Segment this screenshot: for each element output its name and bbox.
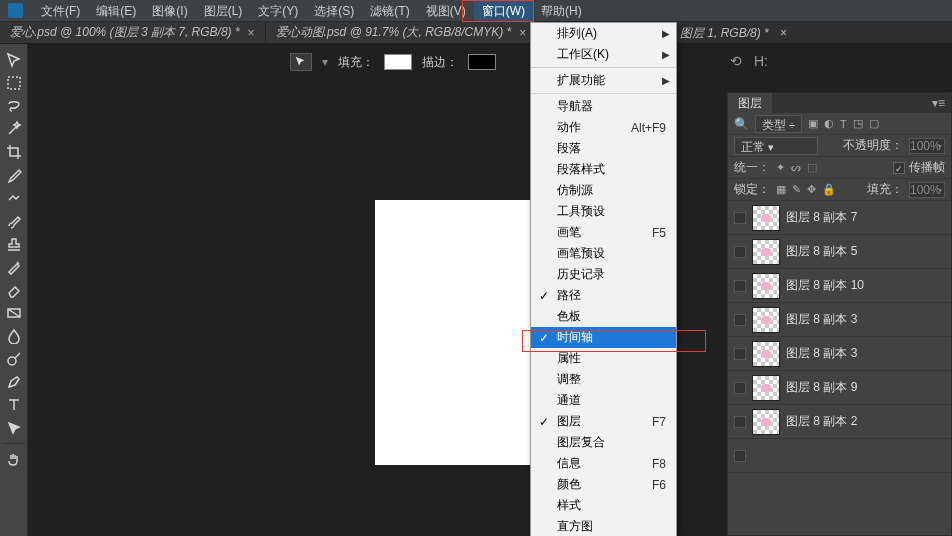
menu-properties[interactable]: 属性 — [531, 348, 676, 369]
menu-layer-comps[interactable]: 图层复合 — [531, 432, 676, 453]
fill-input[interactable]: 100%▾ — [909, 182, 945, 198]
lock-paint-icon[interactable]: ✎ — [792, 183, 801, 196]
menu-brush[interactable]: 画笔F5 — [531, 222, 676, 243]
layer-row[interactable]: 图层 8 副本 3 — [728, 303, 951, 337]
unify-vis-icon[interactable]: ᔕ — [791, 161, 801, 174]
history-brush-icon[interactable] — [3, 257, 25, 277]
layer-row[interactable]: 图层 8 副本 5 — [728, 235, 951, 269]
gradient-tool-icon[interactable] — [3, 303, 25, 323]
layer-name[interactable]: 图层 8 副本 3 — [786, 311, 857, 328]
menu-filter[interactable]: 滤镜(T) — [362, 0, 417, 22]
menu-history[interactable]: 历史记录 — [531, 264, 676, 285]
menu-layers[interactable]: ✓图层F7 — [531, 411, 676, 432]
filter-type-icon[interactable]: T — [840, 118, 847, 130]
pen-tool-icon[interactable] — [3, 372, 25, 392]
menu-paragraph[interactable]: 段落 — [531, 138, 676, 159]
filter-smart-icon[interactable]: ▢ — [869, 117, 879, 130]
menu-view[interactable]: 视图(V) — [418, 0, 474, 22]
layer-row[interactable]: 图层 8 副本 10 — [728, 269, 951, 303]
menu-styles[interactable]: 样式 — [531, 495, 676, 516]
layer-row[interactable]: 图层 8 副本 9 — [728, 371, 951, 405]
doc-tab-2[interactable]: 爱心动图.psd @ 91.7% (大, RGB/8/CMYK) * × — [266, 22, 538, 43]
menu-paragraph-styles[interactable]: 段落样式 — [531, 159, 676, 180]
close-icon[interactable]: × — [519, 26, 526, 40]
lock-all-icon[interactable]: 🔒 — [822, 183, 836, 196]
menu-swatches[interactable]: 色板 — [531, 306, 676, 327]
unify-style-icon[interactable]: ⬚ — [807, 161, 817, 174]
menu-color[interactable]: 颜色F6 — [531, 474, 676, 495]
panel-menu-icon[interactable]: ▾≡ — [926, 96, 951, 110]
refresh-icon[interactable]: ⟲ — [730, 53, 742, 69]
blend-mode-select[interactable]: 正常 ▾ — [734, 137, 818, 155]
fill-swatch[interactable] — [384, 54, 412, 70]
visibility-toggle[interactable] — [734, 348, 746, 360]
layer-name[interactable]: 图层 8 副本 7 — [786, 209, 857, 226]
layer-row[interactable] — [728, 439, 951, 473]
menu-adjustments[interactable]: 调整 — [531, 369, 676, 390]
dodge-tool-icon[interactable] — [3, 349, 25, 369]
menu-layer[interactable]: 图层(L) — [196, 0, 251, 22]
menu-workspace[interactable]: 工作区(K)▶ — [531, 44, 676, 65]
lasso-tool-icon[interactable] — [3, 96, 25, 116]
visibility-toggle[interactable] — [734, 416, 746, 428]
layer-name[interactable]: 图层 8 副本 3 — [786, 345, 857, 362]
menu-file[interactable]: 文件(F) — [33, 0, 88, 22]
eyedropper-tool-icon[interactable] — [3, 165, 25, 185]
filter-adjust-icon[interactable]: ◐ — [824, 117, 834, 130]
heal-tool-icon[interactable] — [3, 188, 25, 208]
move-tool-icon[interactable] — [3, 50, 25, 70]
menu-info[interactable]: 信息F8 — [531, 453, 676, 474]
menu-window[interactable]: 窗口(W) — [474, 0, 533, 22]
layer-name[interactable]: 图层 8 副本 10 — [786, 277, 864, 294]
menu-clone-source[interactable]: 仿制源 — [531, 180, 676, 201]
layer-name[interactable]: 图层 8 副本 5 — [786, 243, 857, 260]
lock-trans-icon[interactable]: ▦ — [776, 183, 786, 196]
opacity-input[interactable]: 100%▾ — [909, 138, 945, 154]
doc-tab-1[interactable]: 爱心.psd @ 100% (图层 3 副本 7, RGB/8) * × — [0, 22, 266, 43]
visibility-toggle[interactable] — [734, 382, 746, 394]
marquee-tool-icon[interactable] — [3, 73, 25, 93]
visibility-toggle[interactable] — [734, 280, 746, 292]
hand-tool-icon[interactable] — [3, 449, 25, 469]
menu-edit[interactable]: 编辑(E) — [88, 0, 144, 22]
menu-paths[interactable]: ✓路径 — [531, 285, 676, 306]
menu-tool-presets[interactable]: 工具预设 — [531, 201, 676, 222]
layer-row[interactable]: 图层 8 副本 2 — [728, 405, 951, 439]
menu-navigator[interactable]: 导航器 — [531, 96, 676, 117]
stamp-tool-icon[interactable] — [3, 234, 25, 254]
visibility-toggle[interactable] — [734, 212, 746, 224]
tool-preset-icon[interactable] — [290, 53, 312, 71]
wand-tool-icon[interactable] — [3, 119, 25, 139]
lock-pos-icon[interactable]: ✥ — [807, 183, 816, 196]
menu-type[interactable]: 文字(Y) — [250, 0, 306, 22]
menu-select[interactable]: 选择(S) — [306, 0, 362, 22]
menu-histogram[interactable]: 直方图 — [531, 516, 676, 536]
close-icon[interactable]: × — [780, 26, 787, 40]
menu-extensions[interactable]: 扩展功能▶ — [531, 70, 676, 91]
stroke-swatch[interactable] — [468, 54, 496, 70]
unify-pos-icon[interactable]: ✦ — [776, 161, 785, 174]
layer-name[interactable]: 图层 8 副本 9 — [786, 379, 857, 396]
layer-row[interactable]: 图层 8 副本 3 — [728, 337, 951, 371]
menu-timeline[interactable]: ✓时间轴 — [531, 327, 676, 348]
visibility-toggle[interactable] — [734, 314, 746, 326]
brush-tool-icon[interactable] — [3, 211, 25, 231]
layer-name[interactable]: 图层 8 副本 2 — [786, 413, 857, 430]
path-select-icon[interactable] — [3, 418, 25, 438]
type-tool-icon[interactable] — [3, 395, 25, 415]
visibility-toggle[interactable] — [734, 246, 746, 258]
filter-type-select[interactable]: 类型 ÷ — [755, 115, 802, 133]
menu-brush-presets[interactable]: 画笔预设 — [531, 243, 676, 264]
crop-tool-icon[interactable] — [3, 142, 25, 162]
eraser-tool-icon[interactable] — [3, 280, 25, 300]
menu-help[interactable]: 帮助(H) — [533, 0, 590, 22]
filter-pixel-icon[interactable]: ▣ — [808, 117, 818, 130]
doc-tab-3[interactable]: 图层 1, RGB/8) * × — [680, 25, 787, 42]
panel-tab-layers[interactable]: 图层 — [728, 93, 772, 113]
menu-arrange[interactable]: 排列(A)▶ — [531, 23, 676, 44]
menu-image[interactable]: 图像(I) — [144, 0, 195, 22]
close-icon[interactable]: × — [248, 26, 255, 40]
filter-shape-icon[interactable]: ◳ — [853, 117, 863, 130]
layer-row[interactable]: 图层 8 副本 7 — [728, 201, 951, 235]
propagate-checkbox[interactable] — [893, 162, 905, 174]
